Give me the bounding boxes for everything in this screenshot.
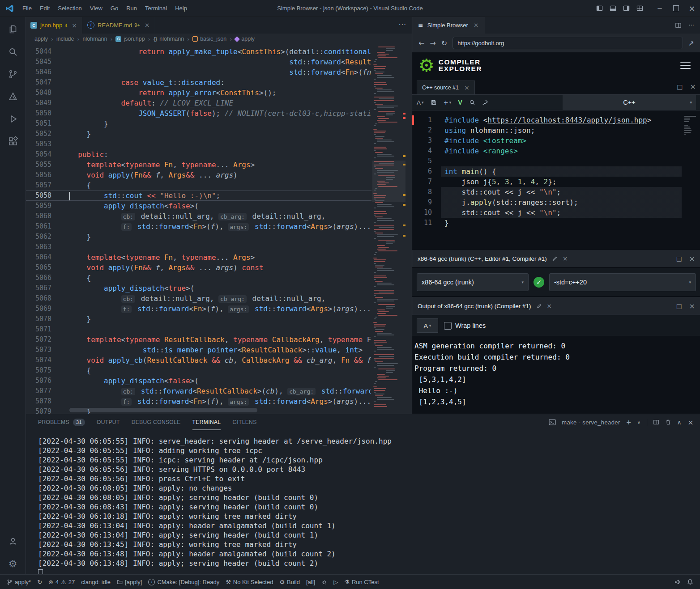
editor-code-line[interactable]: 5069 f: std::forward<Fn>(f), args: std::… (26, 304, 412, 314)
vim-mode-icon[interactable]: V (458, 99, 462, 106)
run-ctest-button[interactable]: ⚗ Run CTest (341, 575, 382, 589)
wrap-lines-toggle[interactable]: Wrap lines (444, 322, 486, 330)
clangd-status[interactable]: clangd: idle (78, 575, 114, 589)
launch-target-button[interactable]: ▷ (330, 575, 341, 589)
ce-code-line[interactable]: 9 j.apply(std::ranges::sort); (412, 197, 700, 208)
editor-code-line[interactable]: 5049 default: // LCOV_EXCL_LINE (26, 98, 412, 108)
breadcrumb-item-method[interactable]: apply (235, 36, 255, 42)
compiler-select[interactable]: x86-64 gcc (trunk) ▾ (417, 273, 529, 291)
editor-code-line[interactable]: 5064 template<typename Fn, typename... A… (26, 252, 412, 263)
wrap-lines-checkbox[interactable] (444, 322, 452, 330)
problems-indicator[interactable]: ⊗ 4 ⚠ 27 (45, 575, 78, 589)
editor-code-line[interactable]: 5070 } (26, 314, 412, 324)
editor-code-line[interactable]: 5067 apply_dispatch<true>( (26, 283, 412, 293)
maximize-pane-icon[interactable]: □ (676, 302, 682, 309)
source-tab[interactable]: C++ source #1 × (417, 81, 475, 94)
cmake-status[interactable]: i CMake: [Debug]: Ready (145, 575, 222, 589)
close-pane-icon[interactable]: × (689, 302, 695, 310)
ce-code-line[interactable]: 4#include <ranges> (412, 146, 700, 156)
url-input[interactable]: https://godbolt.org (452, 37, 683, 49)
add-pane-button[interactable]: +▾ (444, 99, 452, 106)
tab-terminal[interactable]: TERMINAL (192, 414, 221, 430)
close-tab-icon[interactable]: × (474, 21, 479, 29)
ce-code-line[interactable]: 6int main() { (412, 166, 700, 177)
ce-code-line[interactable]: 5 (412, 156, 700, 166)
menu-terminal[interactable]: Terminal (141, 3, 171, 13)
toggle-sidebar-icon[interactable] (593, 5, 605, 12)
terminal-output[interactable]: [2022-04-30 06:05:55] INFO: serve_header… (26, 430, 700, 568)
split-editor-icon[interactable] (675, 22, 682, 29)
hamburger-menu-icon[interactable] (680, 62, 691, 69)
forward-icon[interactable]: → (430, 39, 435, 47)
search-icon[interactable] (2, 41, 24, 63)
editor-code-line[interactable]: 5072 template<typename ResultCallback, t… (26, 335, 412, 345)
open-external-icon[interactable]: ↗ (688, 39, 694, 47)
explorer-icon[interactable] (2, 18, 24, 41)
toggle-panel-icon[interactable] (607, 5, 619, 12)
account-icon[interactable] (2, 530, 24, 552)
font-size-button[interactable]: A▾ (417, 99, 424, 106)
tab-debug-console[interactable]: DEBUG CONSOLE (132, 414, 181, 430)
tab-output[interactable]: OUTPUT (97, 414, 120, 430)
editor-code-line[interactable]: 5065 void apply(Fn&& f, Args&& ... args)… (26, 263, 412, 273)
pin-icon[interactable] (482, 99, 488, 106)
terminal-task-label[interactable]: make - serve_header (562, 419, 620, 426)
settings-gear-icon[interactable]: ⚙ (2, 552, 24, 575)
menu-run[interactable]: Run (123, 3, 141, 13)
new-terminal-icon[interactable]: + (626, 419, 632, 426)
extensions-icon[interactable] (2, 130, 24, 153)
ce-code-line[interactable]: 11} (412, 218, 700, 228)
terminal-dropdown-icon[interactable]: ∨ (637, 420, 641, 425)
rename-pane-icon[interactable] (552, 256, 558, 262)
editor-code-line[interactable]: 5054 public: (26, 149, 412, 160)
editor-code-line[interactable]: 5053 (26, 139, 412, 149)
cmake-kit-selector[interactable]: ⚒ No Kit Selected (222, 575, 276, 589)
menu-go[interactable]: Go (107, 3, 122, 13)
close-pane-icon[interactable]: × (690, 82, 696, 91)
close-icon[interactable]: × (547, 302, 552, 309)
editor-code-line[interactable]: 5060 cb: detail::null_arg, cb_arg: detai… (26, 211, 412, 221)
editor-code-line[interactable]: 5048 return apply_error<ConstThis>(); (26, 88, 412, 98)
run-debug-icon[interactable] (2, 108, 24, 130)
menu-view[interactable]: View (86, 3, 106, 13)
ce-code-line[interactable]: 1#include <https://localhost:8443/apply/… (412, 115, 700, 125)
horizontal-scrollbar[interactable] (69, 408, 257, 412)
debug-target-button[interactable] (318, 575, 330, 589)
menu-edit[interactable]: Edit (36, 3, 53, 13)
feedback-button[interactable] (671, 579, 684, 585)
code-editor[interactable]: 5044 return apply_make_tuple<ConstThis>(… (26, 44, 412, 414)
chevron-down-icon[interactable]: ▾ (689, 280, 691, 284)
editor-more-actions-icon[interactable]: ··· (399, 21, 406, 29)
font-size-button[interactable]: A▾ (417, 318, 438, 333)
close-panel-icon[interactable]: × (687, 418, 694, 427)
kill-terminal-icon[interactable] (665, 419, 671, 425)
close-tab-icon[interactable]: × (145, 21, 150, 29)
rename-pane-icon[interactable] (536, 303, 542, 309)
editor-code-line[interactable]: 5059 apply_dispatch<false>( (26, 201, 412, 211)
editor-code-line[interactable]: 5073 std::is_member_pointer<ResultCallba… (26, 345, 412, 355)
editor-code-line[interactable]: 5074 void apply_cb(ResultCallback && cb,… (26, 355, 412, 365)
ce-code-line[interactable]: 8 std::cout << j << "\n"; (412, 187, 700, 197)
close-icon[interactable]: × (464, 84, 470, 91)
breadcrumb-item[interactable]: apply (34, 36, 48, 42)
editor-code-line[interactable]: 5076 apply_dispatch<false>( (26, 376, 412, 386)
tab-gitlens[interactable]: GITLENS (232, 414, 256, 430)
tab-problems[interactable]: PROBLEMS31 (38, 414, 85, 430)
maximize-pane-icon[interactable]: □ (676, 255, 682, 262)
source-control-icon[interactable] (2, 63, 24, 85)
maximize-pane-icon[interactable]: □ (677, 83, 683, 90)
sync-changes-button[interactable]: ↻ (34, 575, 45, 589)
editor-code-line[interactable]: 5066 { (26, 273, 412, 283)
editor-code-line[interactable]: 5052 } (26, 129, 412, 139)
editor-code-line[interactable]: 5062 } (26, 232, 412, 242)
editor-code-line[interactable]: 5044 return apply_make_tuple<ConstThis>(… (26, 47, 412, 57)
editor-code-line[interactable]: 5045 std::forward<ResultCallback (26, 57, 412, 67)
language-select[interactable]: C++ ▾ (563, 95, 696, 110)
editor-code-line[interactable]: 5078 f: std::forward<Fn>(f), args: std::… (26, 396, 412, 407)
save-icon[interactable] (431, 99, 437, 106)
breadcrumb-item[interactable]: nlohmann (83, 36, 107, 42)
maximize-panel-icon[interactable]: ∧ (677, 419, 682, 426)
ce-code-line[interactable]: 3#include <iostream> (412, 136, 700, 146)
breadcrumb-item-file[interactable]: Cjson.hpp (115, 36, 145, 42)
customize-layout-icon[interactable] (634, 5, 645, 12)
